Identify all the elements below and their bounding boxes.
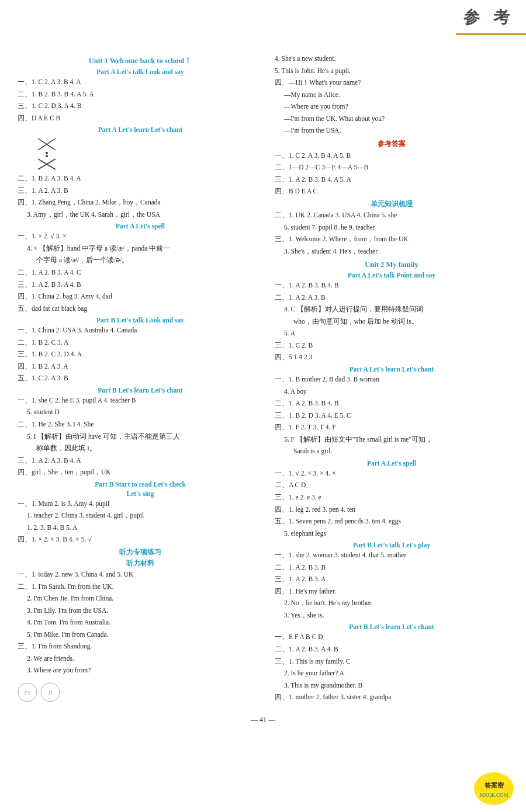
- answer-line: 5. I'm Mike. I'm from Canada.: [18, 629, 263, 641]
- answer-line: 4. × 【解析】hand 中字母 a 读/æ/，panda 中前一: [18, 243, 263, 255]
- right-ref-answers: 一、1. C 2. A 3. B 4. A 5. B二、1—D 2—C 3—E …: [275, 150, 508, 197]
- logo-svg: 答案密 MXQE.COM: [473, 771, 514, 806]
- answer-line: 四、1. China 2. bag 3. Amy 4. dad: [18, 291, 263, 303]
- right-unit-review: 二、1. UK 2. Canada 3. USA 4. China 5. she…: [275, 210, 508, 257]
- answer-line: 二、A C D: [275, 480, 508, 491]
- answer-line: 2. I'm Chen Jie. I'm from China.: [18, 593, 263, 605]
- answer-line: 二、1. A 2. B 3. B 4. B: [275, 398, 508, 410]
- answer-line: 四、5 1 4 2 3: [275, 352, 508, 363]
- answer-line: 三、1. C 2. D 3. A 4. B: [18, 100, 263, 112]
- wm-svg1: ZY: [18, 682, 38, 703]
- partB-read-title: Part B Start to read Let's check: [18, 481, 263, 488]
- unit2-partB-learn-title: Part B Let's learn Let's chant: [275, 623, 508, 630]
- answer-line: —Where are you from?: [275, 101, 508, 113]
- answer-line: 二、1. A 2. B 3. A 4. B: [275, 644, 508, 655]
- answer-line: 3. She's，student 4. He's，teacher: [275, 246, 508, 258]
- answer-line: 2. We are friends.: [18, 653, 263, 665]
- answer-line: 二、1. A 2. B 3. B: [275, 562, 508, 574]
- answer-line: 四、girl，She，ten，pupil，UK: [18, 467, 263, 478]
- answer-line: 4. I'm Tom. I'm from Australia.: [18, 617, 263, 629]
- answer-line: 三、1. A 2. B 3. A 4. B: [18, 279, 263, 291]
- x-marks-area: [35, 136, 263, 171]
- corner-text: 参 考: [463, 6, 514, 29]
- unit2-partA-title: Part A Let's talk Point and say: [275, 272, 508, 279]
- partA-learn-title: Part A Let's learn Let's chant: [18, 126, 263, 133]
- answer-line: 3. This is my grandmother. B: [275, 680, 508, 692]
- answer-line: 三、1. A 2. B 3. A: [275, 574, 508, 585]
- answer-line: 一、1. Mum 2. is 3. Amy 4. pupil: [18, 498, 263, 510]
- partB-learn-title: Part B Let's learn Let's chant: [18, 387, 263, 394]
- right-column: 4. She's a new student.5. This is John. …: [275, 53, 508, 704]
- answer-line: 四、1. × 2. × 3. B 4. × 5. √: [18, 534, 263, 546]
- unit2-partB-title: Part B Let's talk Let's play: [275, 542, 508, 549]
- answer-line: 五、1. Seven pens 2. red pencils 3. ten 4.…: [275, 516, 508, 528]
- lets-sing-title: Let's sing: [18, 490, 263, 497]
- answer-line: —I'm from the UK. What about you?: [275, 113, 508, 125]
- answer-line: 三、1. B 2. C 3. D 4. A: [18, 349, 263, 360]
- wm-row1: ZY JJ: [18, 682, 263, 703]
- answer-line: 四、1. Zhang Peng，China 2. Mike，boy，Canada: [18, 197, 263, 209]
- unit2-title: Unit 2 My family: [275, 261, 508, 269]
- listening-title: 听力专项练习: [18, 548, 263, 557]
- partB-read-answers: 一、1. Mum 2. is 3. Amy 4. pupil1. teacher…: [18, 498, 263, 546]
- answer-line: 一、1. C 2. A 3. B 4. A 5. B: [275, 150, 508, 162]
- unit1-title: Unit 1 Welcome back to school！: [18, 56, 263, 66]
- unit2-partA-learn-title: Part A Let's learn Let's chant: [275, 366, 508, 373]
- answer-line: 一、1. China 2. USA 3. Australia 4. Canada: [18, 325, 263, 336]
- answer-line: who，由句意可知，who 后加 be 动词 is。: [275, 316, 508, 328]
- partB-talk-answers: 一、1. China 2. USA 3. Australia 4. Canada…: [18, 325, 263, 384]
- logo-container: 答案密 MXQE.COM: [473, 771, 514, 806]
- svg-text:MXQE.COM: MXQE.COM: [479, 792, 508, 798]
- answer-line: 5. A: [275, 328, 508, 339]
- content-wrapper: Unit 1 Welcome back to school！ Part A Le…: [18, 53, 508, 704]
- answer-line: 2. Is he your father? A: [275, 668, 508, 679]
- partB-learn-answers: 一、1. she C 2. he E 3. pupil A 4. teacher…: [18, 395, 263, 478]
- svg-text:ZY: ZY: [24, 690, 31, 696]
- answer-line: 一、1. today 2. new 3. China 4. and 5. UK: [18, 569, 263, 581]
- answer-line: 4. C 【解析】对人进行提问，要用特殊疑问词: [275, 304, 508, 315]
- answer-line: 四、1. He's my father.: [275, 586, 508, 598]
- svg-text:答案密: 答案密: [485, 782, 504, 789]
- answer-line: 5. elephant legs: [275, 528, 508, 540]
- answer-line: 五、1. C 2. A 3. B: [18, 373, 263, 384]
- answer-line: 5. This is John. He's a pupil.: [275, 65, 508, 77]
- answer-line: 二、1. A 2. A 3. B: [275, 292, 508, 304]
- answer-line: 二、1. B 2. A 3. B 4. A: [18, 173, 263, 185]
- answer-line: 3. I'm Lily. I'm from the USA.: [18, 605, 263, 617]
- answer-line: 二、1. B 2. B 3. B 4. A 5. A: [18, 89, 263, 100]
- answer-line: 二、1. UK 2. Canada 3. USA 4. China 5. she: [275, 210, 508, 221]
- listening-material-title: 听力材料: [18, 559, 263, 568]
- answer-line: 3. Amy，girl，the UK 4. Sarah，girl，the USA: [18, 209, 263, 221]
- answer-line: 三、1. Welcome 2. Where，from，from the UK: [275, 234, 508, 245]
- partA-spell-answers: 一、1. × 2. √ 3. ×4. × 【解析】hand 中字母 a 读/æ/…: [18, 231, 263, 314]
- answer-line: 四、—Hi！What's your name?: [275, 77, 508, 89]
- page-number: — 41 —: [18, 716, 508, 724]
- right-unit2-partA-learn: 一、1. B mother 2. B dad 3. B woman4. A bo…: [275, 374, 508, 457]
- answer-line: 1. teacher 2. China 3. student 4. girl，p…: [18, 510, 263, 522]
- answer-line: 3. Yes，she is.: [275, 610, 508, 622]
- svg-point-5: [46, 155, 48, 157]
- answer-line: 二、1. I'm Sarah. I'm from the UK.: [18, 581, 263, 593]
- answer-line: 5. F 【解析】由短文中"The small girl is me"可知，: [275, 434, 508, 446]
- answer-line: 3. Where are you from?: [18, 665, 263, 676]
- answer-line: 一、1. A 2. B 3. B 4. B: [275, 280, 508, 292]
- answer-line: 5. student D: [18, 407, 263, 418]
- answer-line: 五、dad fat cat black bag: [18, 303, 263, 315]
- answer-line: 一、1. she 2. woman 3. student 4. that 5. …: [275, 550, 508, 561]
- partA-talk-title: Part A Let's talk Look and say: [18, 68, 263, 75]
- reference-title: 参考答案: [275, 139, 508, 149]
- answer-line: 三、1. A 2. A 3. B 4. A: [18, 455, 263, 467]
- answer-line: 一、1. C 2. A 3. B 4. A: [18, 77, 263, 88]
- answer-line: 称单数，因此填 I。: [18, 443, 263, 454]
- answer-line: 一、1. she C 2. he E 3. pupil A 4. teacher…: [18, 395, 263, 407]
- answer-line: 三、1. e 2. e 3. e: [275, 492, 508, 504]
- answer-line: 二、1. B 2. C 3. A: [18, 337, 263, 349]
- answer-line: Sarah is a girl.: [275, 446, 508, 457]
- partA-spell-title: Part A Let's spell: [18, 223, 263, 230]
- answer-line: 四、D A E C B: [18, 113, 263, 124]
- right-top-answers: 4. She's a new student.5. This is John. …: [275, 53, 508, 137]
- answer-line: 四、1. mother 2. father 3. sister 4. grand…: [275, 692, 508, 703]
- answer-line: 三、1. I'm from Shandong.: [18, 641, 263, 653]
- svg-point-2: [46, 152, 48, 154]
- partA-talk-answers: 一、1. C 2. A 3. B 4. A二、1. B 2. B 3. B 4.…: [18, 77, 263, 124]
